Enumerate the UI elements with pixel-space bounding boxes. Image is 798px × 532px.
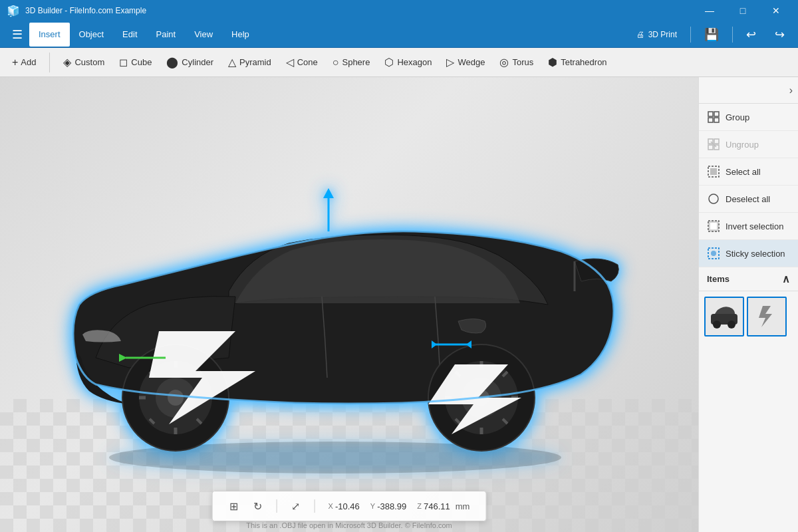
menu-item-paint[interactable]: Paint [147,23,186,47]
svg-rect-36 [714,112,719,116]
svg-rect-49 [710,223,717,229]
item-thumb-2[interactable] [747,297,787,336]
car-svg [43,132,628,477]
canvas-area[interactable]: ⊞ ↻ ⤢ X -10.46 Y -388.99 Z 746.11 mm Thi… [0,77,698,532]
footer-text: This is an .OBJ file open in Microsoft 3… [0,521,698,529]
panel-select-all[interactable]: Select all [699,158,798,186]
pyramid-icon: △ [228,56,236,68]
coord-sep-2 [315,499,315,513]
custom-label: Custom [74,57,104,67]
hamburger-menu[interactable]: ☰ [5,23,29,47]
toolbar-cylinder[interactable]: ⬤ Cylinder [160,53,220,71]
tetrahedron-label: Tetrahedron [561,57,606,67]
toolbar-tetrahedron[interactable]: ⬢ Tetrahedron [541,53,613,71]
menu-item-insert[interactable]: Insert [29,23,70,47]
car-model[interactable] [43,132,628,477]
svg-point-46 [709,194,718,203]
svg-marker-55 [759,306,772,327]
y-label: Y [370,502,375,510]
menubar: ☰ Insert Object Edit Paint View Help 🖨 3… [0,21,798,48]
torus-icon: ◎ [499,56,509,68]
undo-button[interactable]: ↩ [738,23,764,47]
invert-selection-label: Invert selection [726,221,783,231]
menu-sep-2 [732,27,733,43]
svg-rect-35 [708,112,713,116]
cube-icon: ◻ [119,56,128,68]
svg-point-53 [713,321,721,329]
rotate-button[interactable]: ↻ [247,495,269,517]
cone-label: Cone [297,57,318,67]
svg-point-54 [728,321,735,329]
cylinder-icon: ⬤ [166,56,178,68]
select-all-icon [707,165,720,178]
panel-group[interactable]: Group [699,104,798,131]
3d-print-button[interactable]: 🖨 3D Print [628,23,685,47]
items-section: Items ∧ [699,267,798,532]
toolbar-cone[interactable]: ◁ Cone [279,53,325,71]
deselect-all-label: Deselect all [726,194,770,204]
ungroup-label: Ungroup [726,140,759,150]
x-label: X [329,502,333,510]
wedge-icon: ▷ [446,56,454,68]
custom-icon: ◈ [63,56,71,68]
svg-rect-38 [714,118,719,122]
group-label: Group [726,112,749,122]
save-button[interactable]: 💾 [696,23,727,47]
svg-rect-41 [708,145,713,150]
close-button[interactable]: ✕ [761,0,791,21]
sphere-icon: ○ [332,57,339,68]
toolbar-wedge[interactable]: ▷ Wedge [440,53,491,71]
svg-point-51 [711,251,716,256]
menu-item-object[interactable]: Object [70,23,114,47]
hexagon-icon: ⬡ [384,56,394,68]
print-icon: 🖨 [636,30,644,39]
toolbar-sphere[interactable]: ○ Sphere [326,54,377,71]
cone-icon: ◁ [286,56,294,68]
resize-button[interactable]: ⤢ [285,495,307,517]
app-title: 3D Builder - FileInfo.com Example [25,6,146,15]
menu-item-edit[interactable]: Edit [113,23,146,47]
cube-label: Cube [131,57,152,67]
panel-sticky-selection[interactable]: Sticky selection [699,240,798,267]
panel-invert-selection[interactable]: Invert selection [699,213,798,240]
menu-item-view[interactable]: View [185,23,222,47]
right-panel: › Group [698,77,798,532]
items-collapse-icon[interactable]: ∧ [782,273,790,285]
panel-toggle-button[interactable]: › [699,77,798,104]
chevron-right-icon: › [789,84,793,96]
toolbar-pyramid[interactable]: △ Pyramid [221,53,278,71]
minimize-button[interactable]: — [694,0,725,21]
svg-rect-40 [714,139,719,144]
panel-ungroup: Ungroup [699,131,798,158]
add-button[interactable]: + Add [5,54,43,71]
z-value: 746.11 [424,501,450,511]
menu-item-help[interactable]: Help [222,23,259,47]
ungroup-icon [707,138,720,151]
coordinates: X -10.46 Y -388.99 Z 746.11 mm [323,501,475,511]
invert-selection-icon [707,219,720,233]
group-icon [707,110,720,124]
z-label: Z [417,502,422,510]
toolbar-hexagon[interactable]: ⬡ Hexagon [378,53,438,71]
toolbar-cube[interactable]: ◻ Cube [112,53,158,71]
toolbar-torus[interactable]: ◎ Torus [493,53,540,71]
sticky-selection-icon [707,247,720,260]
maximize-button[interactable]: □ [728,0,758,21]
toolbar-custom[interactable]: ◈ Custom [57,53,111,71]
wedge-label: Wedge [458,57,485,67]
print-label: 3D Print [648,30,677,39]
x-value: -10.46 [335,501,360,511]
item-thumb-1[interactable] [704,297,744,336]
redo-button[interactable]: ↪ [767,23,793,47]
titlebar: 🧊 3D Builder - FileInfo.com Example — □ … [0,0,798,21]
pyramid-label: Pyramid [239,57,271,67]
titlebar-controls: — □ ✕ [694,0,791,21]
panel-deselect-all[interactable]: Deselect all [699,186,798,213]
toolbar: + Add ◈ Custom ◻ Cube ⬤ Cylinder △ Pyram… [0,48,798,77]
main-area: ⊞ ↻ ⤢ X -10.46 Y -388.99 Z 746.11 mm Thi… [0,77,798,532]
tetrahedron-icon: ⬢ [548,56,557,68]
items-header: Items ∧ [699,267,798,291]
svg-marker-28 [323,188,334,198]
snap-button[interactable]: ⊞ [223,495,245,517]
svg-line-43 [711,142,716,147]
